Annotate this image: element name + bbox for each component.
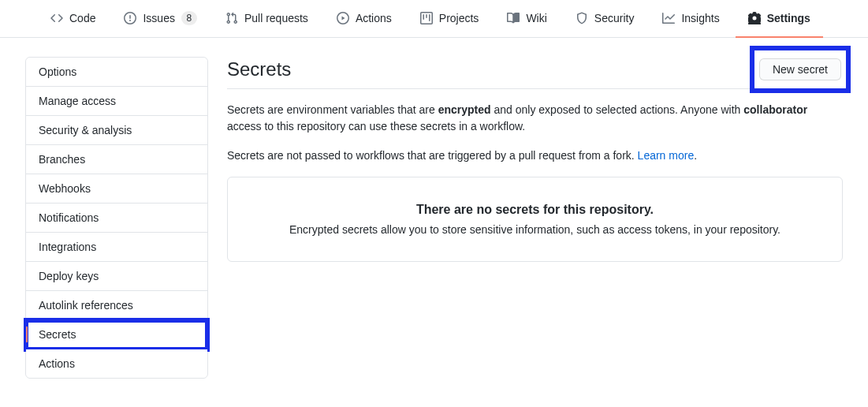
shield-icon (576, 12, 588, 24)
secrets-description-2: Secrets are not passed to workflows that… (227, 147, 843, 164)
sidebar-item-branches[interactable]: Branches (26, 145, 207, 174)
tab-label: Issues (143, 6, 174, 30)
sidebar-item-label: Autolink references (39, 299, 133, 312)
tab-label: Wiki (526, 6, 546, 30)
sidebar-item-label: Actions (39, 357, 75, 370)
empty-state-text: Encrypted secrets allow you to store sen… (253, 223, 817, 236)
tab-code[interactable]: Code (38, 0, 108, 38)
tab-insights[interactable]: Insights (650, 0, 732, 38)
tab-label: Actions (356, 6, 392, 30)
sidebar-item-security-analysis[interactable]: Security & analysis (26, 116, 207, 145)
tab-pull-requests[interactable]: Pull requests (213, 0, 321, 38)
sidebar-item-label: Manage access (39, 95, 116, 107)
sidebar-item-webhooks[interactable]: Webhooks (26, 174, 207, 204)
code-icon (50, 12, 63, 24)
issue-icon (124, 12, 136, 24)
repo-nav: Code Issues 8 Pull requests Actions Proj… (0, 0, 868, 38)
pull-request-icon (225, 12, 238, 24)
tab-projects[interactable]: Projects (408, 0, 492, 38)
tab-label: Pull requests (244, 6, 308, 30)
sidebar-item-label: Options (39, 65, 76, 78)
tab-actions[interactable]: Actions (324, 0, 404, 38)
tab-label: Settings (767, 6, 810, 30)
graph-icon (662, 12, 675, 24)
settings-menu: Options Manage access Security & analysi… (25, 57, 208, 379)
sidebar-item-label: Webhooks (39, 182, 91, 195)
secrets-description-1: Secrets are environment variables that a… (227, 102, 843, 135)
tab-label: Security (594, 6, 635, 30)
subhead: Secrets New secret (227, 57, 843, 89)
main-content: Secrets New secret Secrets are environme… (227, 57, 843, 379)
sidebar-item-label: Secrets (39, 328, 76, 341)
tab-settings[interactable]: Settings (736, 0, 823, 38)
new-secret-highlight: New secret (750, 46, 851, 93)
tab-issues[interactable]: Issues 8 (111, 0, 209, 38)
sidebar-item-autolink-references[interactable]: Autolink references (26, 291, 207, 320)
play-icon (337, 12, 349, 24)
sidebar-item-options[interactable]: Options (26, 58, 207, 87)
tab-label: Projects (439, 6, 479, 30)
sidebar-item-manage-access[interactable]: Manage access (26, 87, 207, 116)
tab-label: Insights (681, 6, 719, 30)
tab-label: Code (69, 6, 95, 30)
sidebar-item-label: Security & analysis (39, 124, 132, 136)
empty-state-title: There are no secrets for this repository… (253, 203, 817, 217)
tab-security[interactable]: Security (563, 0, 647, 38)
sidebar-item-label: Integrations (39, 241, 96, 253)
sidebar-item-deploy-keys[interactable]: Deploy keys (26, 262, 207, 291)
sidebar-item-label: Deploy keys (39, 270, 99, 282)
new-secret-button[interactable]: New secret (759, 58, 841, 80)
sidebar-item-secrets[interactable]: Secrets (26, 320, 207, 349)
sidebar-item-integrations[interactable]: Integrations (26, 233, 207, 262)
project-icon (420, 12, 433, 24)
sidebar-item-label: Notifications (39, 211, 99, 224)
page-title: Secrets (227, 58, 291, 80)
settings-sidebar: Options Manage access Security & analysi… (25, 57, 208, 379)
tab-wiki[interactable]: Wiki (494, 0, 559, 38)
settings-layout: Options Manage access Security & analysi… (0, 38, 868, 398)
sidebar-item-notifications[interactable]: Notifications (26, 204, 207, 233)
book-icon (507, 12, 520, 24)
gear-icon (748, 12, 761, 24)
learn-more-link[interactable]: Learn more (638, 149, 695, 162)
empty-state: There are no secrets for this repository… (227, 177, 843, 262)
sidebar-item-actions[interactable]: Actions (26, 349, 207, 378)
issues-count: 8 (181, 11, 197, 25)
sidebar-item-label: Branches (39, 153, 85, 166)
